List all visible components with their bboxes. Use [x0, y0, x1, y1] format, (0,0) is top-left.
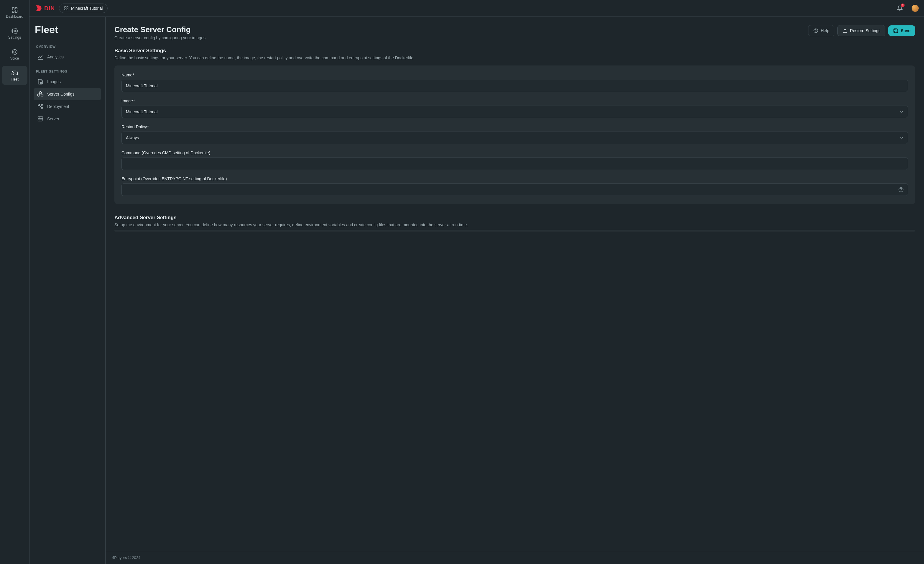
- svg-point-17: [39, 117, 39, 118]
- sidebar-item-fleet[interactable]: Fleet: [2, 66, 27, 85]
- dashboard-icon: [12, 7, 18, 13]
- svg-rect-8: [67, 6, 68, 8]
- logo-icon: [35, 5, 42, 12]
- avatar[interactable]: [912, 5, 919, 12]
- svg-point-5: [12, 49, 17, 54]
- inner-nav-deployment[interactable]: Deployment: [34, 100, 101, 113]
- help-icon: [813, 28, 819, 33]
- svg-rect-7: [64, 6, 66, 8]
- sidebar-item-label: Fleet: [10, 77, 19, 81]
- footer-copyright: 4Players © 2024: [112, 555, 140, 560]
- svg-point-6: [14, 51, 16, 53]
- inner-nav-label: Deployment: [47, 104, 69, 109]
- command-label: Command (Overrides CMD setting of Docker…: [122, 150, 908, 155]
- server-icon: [37, 116, 44, 122]
- image-select[interactable]: Minecraft Tutorial: [122, 105, 908, 118]
- file-plus-icon: [37, 78, 44, 85]
- notification-badge: 9: [901, 3, 904, 7]
- name-label: Name*: [122, 72, 908, 77]
- primary-sidebar: Dashboard Settings Voice Fleet: [0, 0, 30, 564]
- inner-nav-label: Server Configs: [47, 92, 75, 96]
- inner-nav-analytics[interactable]: Analytics: [34, 51, 101, 63]
- sidebar-item-label: Dashboard: [6, 15, 23, 19]
- restore-settings-button[interactable]: Restore Settings: [837, 25, 886, 36]
- entrypoint-label: Entrypoint (Overrides ENTRYPOINT setting…: [122, 176, 908, 181]
- svg-rect-3: [12, 11, 14, 12]
- analytics-icon: [37, 54, 44, 60]
- voice-icon: [12, 49, 18, 55]
- deployment-icon: [37, 103, 44, 110]
- svg-point-4: [14, 30, 16, 32]
- restore-button-label: Restore Settings: [850, 28, 880, 33]
- help-button-label: Help: [821, 28, 830, 33]
- restart-policy-select[interactable]: Always: [122, 132, 908, 144]
- notifications-button[interactable]: 9: [896, 4, 904, 12]
- sidebar-item-dashboard[interactable]: Dashboard: [2, 3, 27, 22]
- advanced-section-desc: Setup the environment for your server. Y…: [114, 222, 915, 228]
- svg-point-18: [39, 120, 39, 120]
- svg-rect-9: [64, 9, 66, 10]
- svg-rect-10: [67, 9, 68, 10]
- basic-section-desc: Define the basic settings for your serve…: [114, 55, 915, 61]
- page-title: Create Server Config: [114, 25, 207, 34]
- inner-nav-server[interactable]: Server: [34, 113, 101, 125]
- cubes-icon: [37, 91, 44, 97]
- save-button[interactable]: Save: [888, 26, 915, 36]
- topbar: DIN Minecraft Tutorial 9: [30, 0, 924, 17]
- brand-name: DIN: [44, 5, 55, 12]
- entrypoint-input[interactable]: [122, 183, 908, 196]
- secondary-sidebar-title: Fleet: [35, 24, 101, 35]
- name-input[interactable]: [122, 80, 908, 92]
- section-label-fleet: FLEET SETTINGS: [36, 70, 101, 73]
- image-label: Image*: [122, 99, 908, 103]
- gamepad-icon: [12, 70, 18, 76]
- advanced-section-title: Advanced Server Settings: [114, 215, 915, 221]
- main-content: Create Server Config Create a server con…: [105, 17, 924, 551]
- svg-rect-0: [12, 8, 14, 10]
- sidebar-item-voice[interactable]: Voice: [2, 45, 27, 64]
- inner-nav-label: Server: [47, 117, 59, 121]
- footer: 4Players © 2024: [105, 551, 924, 564]
- inner-nav-server-configs[interactable]: Server Configs: [34, 88, 101, 100]
- svg-rect-2: [15, 10, 17, 12]
- section-label-overview: OVERVIEW: [36, 45, 101, 48]
- field-help-icon[interactable]: [898, 187, 904, 193]
- page-subtitle: Create a server config by configuring yo…: [114, 35, 207, 40]
- svg-point-13: [41, 107, 43, 109]
- apps-icon: [64, 6, 69, 11]
- svg-point-12: [38, 104, 40, 106]
- secondary-sidebar: Fleet OVERVIEW Analytics FLEET SETTINGS …: [30, 17, 105, 564]
- upload-icon: [842, 28, 848, 33]
- help-button[interactable]: Help: [808, 25, 834, 36]
- gear-icon: [12, 28, 18, 34]
- brand-logo[interactable]: DIN: [35, 5, 55, 12]
- basic-settings-card: Name* Image* Minecraft Tutorial: [114, 66, 915, 204]
- svg-rect-1: [15, 8, 17, 9]
- inner-nav-images[interactable]: Images: [34, 75, 101, 88]
- svg-point-14: [42, 104, 43, 105]
- inner-nav-label: Images: [47, 79, 61, 84]
- save-icon: [893, 28, 898, 33]
- breadcrumb-chip[interactable]: Minecraft Tutorial: [59, 3, 108, 13]
- sidebar-item-label: Settings: [8, 35, 21, 39]
- breadcrumb-label: Minecraft Tutorial: [71, 6, 103, 11]
- command-input[interactable]: [122, 158, 908, 170]
- restart-policy-label: Restart Policy*: [122, 125, 908, 129]
- sidebar-item-settings[interactable]: Settings: [2, 24, 27, 43]
- inner-nav-label: Analytics: [47, 54, 64, 59]
- basic-section-title: Basic Server Settings: [114, 48, 915, 54]
- advanced-settings-card-peek: [114, 230, 915, 232]
- save-button-label: Save: [901, 28, 910, 33]
- sidebar-item-label: Voice: [10, 56, 19, 60]
